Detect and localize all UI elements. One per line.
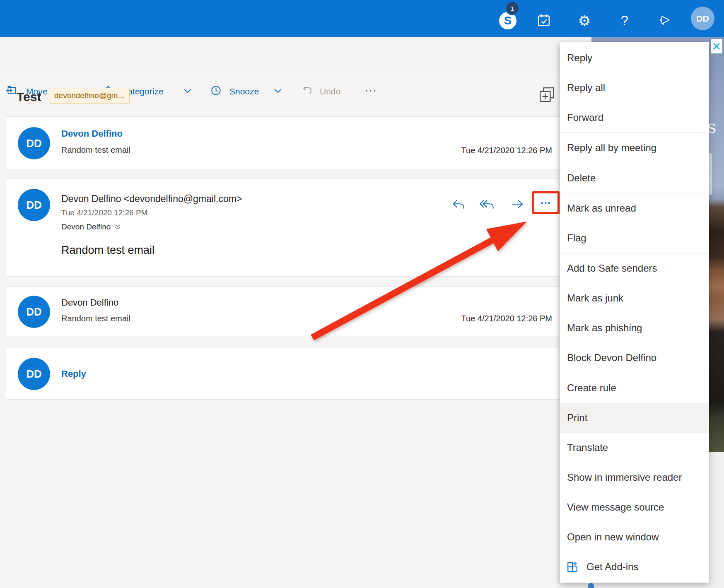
menu-item-mark-as-junk[interactable]: Mark as junk — [560, 283, 709, 313]
email-row-collapsed[interactable]: DD Devon Delfino Random test email Tue 4… — [6, 287, 560, 336]
email-timestamp: Tue 4/21/2020 12:26 PM — [61, 208, 147, 218]
menu-item-mark-as-phishing[interactable]: Mark as phishing — [560, 313, 709, 343]
sender-name-link[interactable]: Devon Delfino — [61, 128, 123, 140]
badge-count: 1 — [511, 5, 514, 12]
my-day-calendar-icon[interactable] — [536, 12, 552, 28]
account-avatar[interactable]: DD — [691, 7, 714, 30]
avatar-initials: DD — [696, 14, 709, 24]
more-actions-button[interactable]: ⋯ — [541, 197, 552, 209]
avatar[interactable]: DD — [18, 189, 50, 221]
annotation-red-box: ⋯ — [532, 191, 560, 214]
snooze-clock-icon[interactable] — [210, 85, 222, 96]
menu-item-get-add-ins[interactable]: Get Add-ins — [560, 552, 709, 582]
avatar-initials: DD — [26, 137, 42, 150]
menu-item-print[interactable]: Print — [560, 403, 709, 433]
ad-lower-area — [709, 452, 724, 588]
ad-photo-detail — [709, 153, 712, 195]
sender-full-address[interactable]: Devon Delfino <devondelfino@gmail.com> — [61, 193, 242, 205]
ad-photo-text: s — [709, 117, 717, 137]
menu-item-add-to-safe-senders[interactable]: Add to Safe senders — [560, 253, 709, 283]
snooze-button[interactable]: Snooze — [229, 75, 259, 108]
calendar-check-icon — [536, 13, 551, 28]
toolbar-more-icon[interactable]: ⋯ — [364, 75, 378, 108]
avatar-initials: DD — [26, 306, 42, 318]
menu-item-show-in-immersive-reader[interactable]: Show in immersive reader — [560, 463, 709, 492]
ad-photo: s — [709, 37, 724, 452]
recipient-expander[interactable]: Devon Delfino — [61, 222, 121, 232]
menu-item-delete[interactable]: Delete — [560, 163, 709, 193]
recipient-name: Devon Delfino — [61, 222, 111, 232]
email-expanded: DD Devon Delfino <devondelfino@gmail.com… — [6, 178, 560, 277]
email-timestamp: Tue 4/21/2020 12:26 PM — [461, 145, 552, 156]
skype-logo-letter: S — [504, 14, 512, 27]
ad-close-button[interactable] — [711, 39, 722, 53]
top-app-bar: S 1 ⚙ ? DD — [0, 0, 724, 37]
menu-item-flag[interactable]: Flag — [560, 223, 709, 253]
menu-item-translate[interactable]: Translate — [560, 433, 709, 463]
reply-icon[interactable] — [451, 197, 466, 211]
sender-name[interactable]: Devon Delfino — [61, 297, 118, 308]
menu-item-reply[interactable]: Reply — [560, 43, 709, 73]
menu-item-mark-as-unread[interactable]: Mark as unread — [560, 193, 709, 223]
avatar[interactable]: DD — [18, 296, 50, 328]
move-to-folder-icon[interactable] — [6, 85, 17, 96]
avatar[interactable]: DD — [18, 358, 50, 390]
email-preview: Random test email — [61, 313, 130, 324]
chevron-down-icon[interactable] — [184, 89, 191, 93]
email-timestamp: Tue 4/21/2020 12:26 PM — [461, 313, 552, 324]
menu-item-forward[interactable]: Forward — [560, 103, 709, 133]
undo-icon[interactable] — [302, 85, 313, 96]
megaphone-icon — [656, 14, 672, 27]
avatar-initials: DD — [26, 368, 42, 381]
outlook-window: S 1 ⚙ ? DD — [0, 0, 724, 588]
whats-new-megaphone-icon[interactable] — [656, 14, 672, 27]
forward-icon[interactable] — [510, 197, 524, 211]
add-ins-grid-icon — [567, 561, 578, 573]
ad-banner-top — [591, 37, 724, 42]
menu-item-block-sender[interactable]: Block Devon Delfino — [560, 343, 709, 373]
notification-badge: 1 — [505, 1, 519, 15]
reply-all-icon[interactable] — [479, 197, 495, 211]
avatar-initials: DD — [26, 199, 42, 212]
popout-icon[interactable] — [538, 86, 556, 104]
gear-glyph: ⚙ — [578, 12, 591, 29]
chevron-down-icon[interactable] — [274, 89, 282, 93]
ad-fragment — [588, 583, 594, 588]
menu-item-reply-all-by-meeting[interactable]: Reply all by meeting — [560, 133, 709, 163]
question-mark-glyph: ? — [621, 13, 628, 29]
double-chevron-down-icon — [114, 224, 121, 230]
menu-item-view-message-source[interactable]: View message source — [560, 492, 709, 522]
settings-gear-icon[interactable]: ⚙ — [576, 12, 593, 29]
email-preview: Random test email — [61, 145, 130, 155]
menu-item-label: Get Add-ins — [586, 552, 638, 582]
help-icon[interactable]: ? — [616, 12, 633, 29]
thread-subject-title: Test — [17, 89, 41, 105]
undo-button[interactable]: Undo — [320, 75, 340, 108]
recipient-tag-chip[interactable]: devondelfino@gm... — [49, 88, 130, 104]
menu-item-reply-all[interactable]: Reply all — [560, 73, 709, 103]
email-row-collapsed[interactable]: DD Devon Delfino Random test email Tue 4… — [6, 116, 560, 169]
menu-item-create-rule[interactable]: Create rule — [560, 373, 709, 403]
menu-item-open-in-new-window[interactable]: Open in new window — [560, 522, 709, 552]
message-context-menu: Reply Reply all Forward Reply all by mee… — [560, 42, 709, 583]
reply-draft-row[interactable]: DD Reply — [6, 348, 560, 400]
avatar[interactable]: DD — [18, 127, 50, 159]
reply-link[interactable]: Reply — [61, 368, 86, 380]
email-subject: Random test email — [61, 243, 154, 257]
close-icon — [712, 42, 721, 51]
